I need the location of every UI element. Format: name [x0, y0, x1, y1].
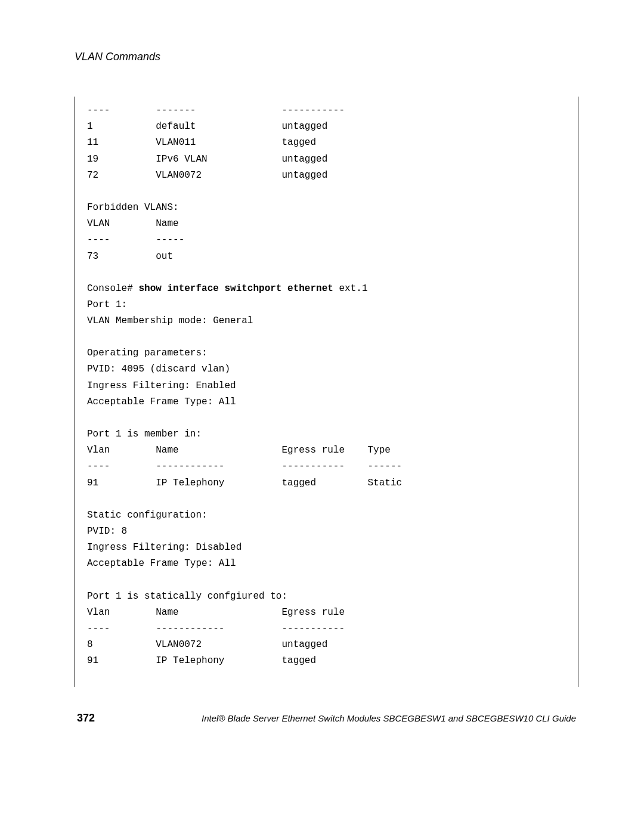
section-title: VLAN Commands [75, 51, 578, 63]
console-prompt: Console# [87, 283, 138, 294]
code-line: 11 VLAN011 tagged [87, 135, 566, 151]
code-line: Static configuration: [87, 507, 566, 524]
code-line: Vlan Name Egress rule [87, 605, 566, 621]
code-line: PVID: 8 [87, 524, 566, 540]
code-line: Port 1: [87, 297, 566, 313]
page: VLAN Commands ---- ------- -----------1 … [0, 0, 644, 760]
code-line: Vlan Name Egress rule Type [87, 442, 566, 459]
code-line: 91 IP Telephony tagged Static [87, 475, 566, 491]
code-line: ---- ----- [87, 232, 566, 248]
empty-line [87, 410, 566, 426]
code-line: 19 IPv6 VLAN untagged [87, 151, 566, 168]
code-line: VLAN Membership mode: General [87, 313, 566, 329]
code-line: Ingress Filtering: Disabled [87, 540, 566, 556]
code-line: 1 default untagged [87, 119, 566, 135]
console-command: show interface switchport ethernet [138, 283, 333, 294]
empty-line [87, 184, 566, 200]
empty-line [87, 265, 566, 281]
code-line: Forbidden VLANS: [87, 200, 566, 216]
code-line: 8 VLAN0072 untagged [87, 637, 566, 653]
code-line: Port 1 is member in: [87, 426, 566, 442]
code-line: 91 IP Telephony tagged [87, 653, 566, 669]
code-line: 73 out [87, 249, 566, 265]
empty-line [87, 329, 566, 345]
code-line: Ingress Filtering: Enabled [87, 378, 566, 394]
empty-line [87, 491, 566, 507]
code-line: Acceptable Frame Type: All [87, 394, 566, 410]
code-line: Operating parameters: [87, 345, 566, 361]
empty-line [87, 572, 566, 589]
code-line: Acceptable Frame Type: All [87, 556, 566, 572]
code-line: 72 VLAN0072 untagged [87, 168, 566, 184]
code-line: ---- ------------ ----------- ------ [87, 459, 566, 475]
console-argument: ext.1 [333, 283, 368, 294]
code-line: VLAN Name [87, 216, 566, 232]
code-line: ---- ------------ ----------- [87, 621, 566, 637]
code-line: PVID: 4095 (discard vlan) [87, 361, 566, 377]
page-number: 372 [77, 712, 95, 724]
code-line: ---- ------- ----------- [87, 103, 566, 119]
page-footer: 372 Intel® Blade Server Ethernet Switch … [75, 712, 578, 724]
code-line: Port 1 is statically confgiured to: [87, 589, 566, 605]
footer-text: Intel® Blade Server Ethernet Switch Modu… [202, 713, 576, 723]
console-command-line: Console# show interface switchport ether… [87, 281, 566, 297]
code-block: ---- ------- -----------1 default untagg… [75, 97, 578, 687]
